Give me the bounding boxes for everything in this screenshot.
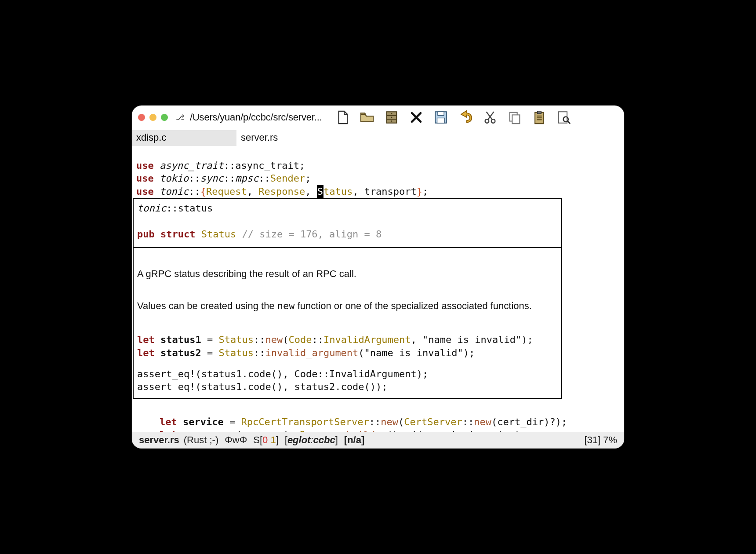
paste-icon[interactable] bbox=[532, 110, 547, 125]
svg-rect-8 bbox=[437, 118, 445, 123]
drawer-icon[interactable] bbox=[384, 110, 399, 125]
svg-rect-16 bbox=[537, 117, 542, 118]
svg-rect-15 bbox=[537, 116, 542, 117]
tab-label: xdisp.c bbox=[136, 132, 166, 143]
window-title: /Users/yuan/p/ccbc/src/server... bbox=[190, 112, 322, 123]
modeline-position: [31] 7% bbox=[584, 434, 617, 446]
doc-popup: tonic::status pub struct Status // size … bbox=[133, 198, 562, 399]
new-file-icon[interactable] bbox=[335, 110, 350, 125]
keyword: use bbox=[136, 160, 160, 171]
minimize-window-button[interactable] bbox=[149, 114, 156, 121]
svg-point-3 bbox=[391, 113, 393, 114]
editor-buffer[interactable]: use async_trait::async_trait; use tokio:… bbox=[132, 146, 624, 198]
modeline[interactable]: server.rs (Rust ;-) ΦwΦ S[0 1] [eglot:cc… bbox=[132, 432, 624, 448]
doc-module-path: tonic bbox=[137, 203, 166, 214]
tab-label: server.rs bbox=[241, 132, 278, 143]
traffic-lights bbox=[138, 114, 168, 121]
tab-xdisp[interactable]: xdisp.c bbox=[132, 130, 236, 146]
tab-server[interactable]: server.rs bbox=[236, 130, 341, 146]
undo-icon[interactable] bbox=[458, 110, 473, 125]
modeline-flycheck: S[0 1] bbox=[253, 434, 279, 446]
svg-rect-17 bbox=[537, 119, 542, 120]
svg-point-4 bbox=[391, 117, 393, 118]
modeline-filename: server.rs bbox=[139, 434, 179, 446]
modeline-eglot: [eglot:ccbc] bbox=[285, 434, 338, 446]
zoom-window-button[interactable] bbox=[161, 114, 168, 121]
open-folder-icon[interactable] bbox=[360, 110, 374, 125]
close-icon[interactable] bbox=[409, 110, 424, 125]
cursor: S bbox=[317, 185, 323, 198]
tab-bar: xdisp.c server.rs bbox=[132, 130, 624, 146]
keyword: use bbox=[136, 173, 160, 184]
vcs-branch-icon: ⎇ bbox=[176, 113, 185, 122]
save-icon[interactable] bbox=[433, 110, 448, 125]
close-window-button[interactable] bbox=[138, 114, 145, 121]
svg-line-20 bbox=[568, 121, 571, 124]
svg-rect-7 bbox=[438, 112, 444, 116]
cut-icon[interactable] bbox=[483, 110, 498, 125]
doc-summary: A gRPC status describing the result of a… bbox=[137, 267, 557, 281]
svg-rect-14 bbox=[538, 111, 542, 114]
svg-point-5 bbox=[391, 120, 393, 122]
toolbar bbox=[335, 110, 571, 125]
doc-detail: Values can be created using the new func… bbox=[137, 299, 557, 313]
modeline-mode: (Rust ;-) bbox=[184, 434, 218, 446]
copy-icon[interactable] bbox=[507, 110, 522, 125]
modeline-na: [n/a] bbox=[344, 434, 364, 446]
keyword: use bbox=[136, 186, 160, 197]
editor-window: ⎇ /Users/yuan/p/ccbc/src/server... xdisp… bbox=[132, 106, 624, 448]
modeline-phi: ΦwΦ bbox=[225, 434, 247, 446]
titlebar: ⎇ /Users/yuan/p/ccbc/src/server... bbox=[132, 106, 624, 128]
svg-rect-12 bbox=[512, 115, 520, 124]
find-icon[interactable] bbox=[556, 110, 571, 125]
doc-type-name: Status bbox=[201, 229, 236, 240]
